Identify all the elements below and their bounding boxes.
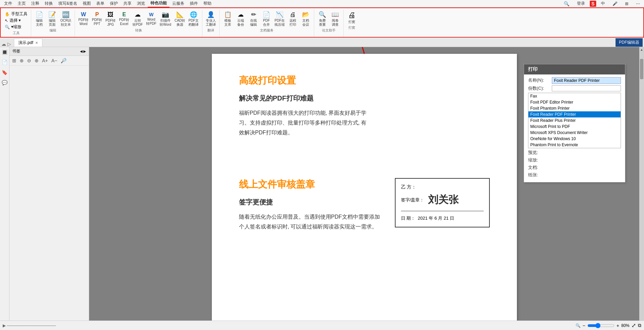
sidebar-tool-plus2[interactable]: ⊕ [33,57,40,64]
strip-btn-2[interactable]: 📄 [1,59,8,66]
strip-btn-4[interactable]: 💬 [1,79,8,86]
zoom-plus-btn[interactable]: + [617,323,619,328]
pdf-compress-btn[interactable]: 📉 PDF在线压缩 [273,10,286,27]
word-pdf-label: Word转PDF [146,18,156,26]
search-icon[interactable]: 🔍 [561,0,572,7]
printer-fax[interactable]: Fax [528,93,621,99]
pdf-word-icon: W [81,12,86,18]
sidebar-prev[interactable]: ◀ [80,49,83,53]
menu-file[interactable]: 文件 [1,0,15,7]
print-scale-label: 缩放: [528,157,552,163]
sidebar-tool-grid[interactable]: ⊞ [11,57,18,64]
scroll-up-btn[interactable]: ▲ [639,47,644,52]
pdf-to-word-btn[interactable]: W PDF转Word [77,11,90,27]
pdf-translate-btn[interactable]: 🌐 PDF文档翻译 [187,10,200,27]
remote-print-btn[interactable]: 🖨 远程打印 [287,10,299,27]
sig-name-value: 刘关张 [428,193,459,207]
pdf-to-jpg-btn[interactable]: 🖼 PDF转JPG [104,10,117,27]
sidebar-tool-plus1[interactable]: ⊕ [18,57,25,64]
fit-page-icon[interactable]: 🔍 [576,323,581,328]
menu-help[interactable]: 帮助 [201,0,214,7]
strip-btn-1[interactable]: 🔳 [1,48,8,56]
printer-phantom-evernote[interactable]: Phantom Print to Evernote [528,142,621,148]
zoom-slider[interactable] [587,323,615,328]
printer-foxit-reader[interactable]: Foxit Reader PDF Printer [528,111,621,117]
mic-icon[interactable]: 🎤 [610,1,620,7]
plagiarism-btn[interactable]: 🔍 免费查重 [316,10,328,27]
sidebar-tool-search[interactable]: 🔎 [59,57,68,64]
sidebar-tool-aplus[interactable]: A+ [41,57,49,64]
menu-protect[interactable]: 保护 [107,0,121,7]
printer-foxit-plus[interactable]: Foxit Reader Plus Printer [528,117,621,124]
online-edit-btn[interactable]: ✏ 在线编辑 [247,10,260,27]
print-group-label: 打窝 [348,25,355,30]
scrollbar-right[interactable]: ▲ ▼ [639,47,644,330]
lang-icon[interactable]: 中 [598,0,608,7]
tools-label: 工具 [3,31,29,36]
survey-btn[interactable]: 📖 阅卷调查 [329,10,341,27]
menu-cloud[interactable]: 云服务 [169,0,187,7]
main-area: 🔳 📄 🔖 💬 书签 ◀ ▶ ⊞ ⊕ ⊖ ⊕ A+ A− 🔎 [0,47,644,330]
svg-line-1 [354,47,364,54]
select-btn[interactable]: ↖ 选择 ▾ [3,17,29,24]
menu-convert[interactable]: 转换 [42,0,56,7]
menu-view[interactable]: 视图 [80,0,94,7]
edit-page-btn[interactable]: 📝 编辑页面 [46,10,58,27]
cad-convert-btn[interactable]: 📐 CAD转换器 [173,10,186,27]
pdf-editor-label[interactable]: PDF编辑器 [616,38,643,47]
pdf-merge-btn[interactable]: 📄 PDF合并 [260,10,273,27]
printer-ms-pdf[interactable]: Microsoft Print to PDF [528,124,621,130]
ocr-btn[interactable]: 🔤 OCR识别文本 [59,10,73,27]
survey-label: 阅卷调查 [332,19,339,27]
print-copies-input[interactable] [552,85,621,91]
menu-home[interactable]: 主页 [15,0,28,7]
scroll-thumb[interactable] [640,59,643,79]
doc-meeting-btn[interactable]: 📂 文档会议 [300,10,312,27]
pro-translate-label: 专业人工翻译 [206,19,216,27]
pdf-to-ppt-btn[interactable]: P PDF转PPT [90,11,103,27]
strip-btn-3[interactable]: 🔖 [1,69,8,76]
menu-browse[interactable]: 浏览 [134,0,148,7]
print-btn[interactable]: 🖨 打窝 [346,10,358,25]
cloud-backup-btn[interactable]: ☁ 云端备份 [235,10,247,27]
sidebar-tool-minus1[interactable]: ⊖ [26,57,33,64]
template-btn[interactable]: 📋 模板文库 [222,10,234,27]
menu-plugin[interactable]: 插件 [187,0,201,7]
convert-group: W PDF转Word P PDF转PPT 🖼 PDF转JPG E PDF转Exc… [75,9,202,37]
fit-width-icon[interactable]: ⤢ [631,322,636,329]
printer-onenote[interactable]: OneNote for Windows 10 [528,136,621,142]
more-icon[interactable]: ⋯ [633,1,643,7]
tab-demo-pdf[interactable]: 演示.pdf ✕ [14,39,42,47]
side-by-side-icon[interactable]: ⧉ [638,323,641,328]
pro-translate-btn[interactable]: 👤 专业人工翻译 [204,10,217,27]
edit-doc-label: 编辑文档 [36,19,43,27]
hand-tool-btn[interactable]: ✋ 手型工具 [3,11,29,17]
doc-meeting-icon: 📂 [302,11,309,18]
grid-icon[interactable]: ⊞ [622,1,631,7]
survey-icon: 📖 [331,11,339,18]
menu-share[interactable]: 共享 [121,0,134,7]
scan-to-word-btn[interactable]: 📷 扫描件转Word [158,10,173,27]
print-subtitle: 解决常见的PDF打印难题 [239,94,371,103]
login-button[interactable]: 登录 [574,0,588,7]
menu-sign[interactable]: 填写&签名 [56,0,80,7]
sidebar-next[interactable]: ▶ [83,49,86,53]
zoom-btn[interactable]: 🔍 ▾缩放 [3,24,29,30]
scan-label: 扫描件转Word [160,19,171,27]
word-to-pdf-btn[interactable]: W Word转PDF [145,11,158,26]
edit-doc-btn[interactable]: 📄 编辑文档 [33,10,45,27]
signature-panel-area: 乙 方： 签字/盖章： 刘关张 日 期： 2021 年 6 月 21 日 [395,178,490,245]
pdf-to-excel-btn[interactable]: E PDF转Excel [118,11,130,27]
printer-foxit-editor[interactable]: Foxit PDF Editor Printer [528,99,621,105]
tab-close-btn[interactable]: ✕ [35,41,38,45]
printer-foxit-phantom[interactable]: Foxit Phantom Printer [528,105,621,111]
menu-special[interactable]: 特色功能 [148,0,169,7]
printer-ms-xps[interactable]: Microsoft XPS Document Writer [528,130,621,136]
zoom-minus-btn[interactable]: − [583,323,585,328]
edit-page-label: 编辑页面 [49,19,56,27]
cloud-to-pdf-btn[interactable]: ☁ 云转转PDF [131,10,144,27]
sidebar-tool-aminus[interactable]: A− [50,57,59,64]
menu-comment[interactable]: 注释 [28,0,42,7]
menu-form[interactable]: 表单 [94,0,107,7]
print-name-input[interactable]: Foxit Reader PDF Printer [552,77,621,84]
